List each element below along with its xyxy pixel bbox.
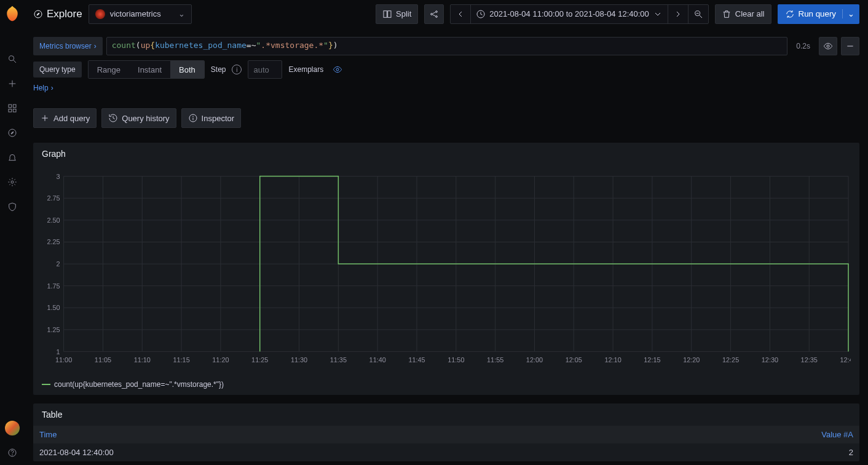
th-value[interactable]: Value #A [445, 426, 859, 443]
query-type-label: Query type [33, 62, 82, 78]
history-icon [108, 113, 118, 123]
svg-text:11:20: 11:20 [212, 356, 229, 364]
time-range-picker: 2021-08-04 11:00:00 to 2021-08-04 12:40:… [450, 4, 709, 24]
dashboards-icon[interactable] [4, 100, 21, 117]
th-time[interactable]: Time [33, 426, 445, 443]
time-back-button[interactable] [451, 5, 471, 23]
svg-text:2.75: 2.75 [47, 194, 60, 202]
user-avatar[interactable] [5, 421, 20, 435]
chevron-down-icon: ⌄ [178, 9, 185, 18]
line-chart: 11.251.501.7522.252.502.75311:0011:0511:… [42, 165, 851, 374]
time-range-label: 2021-08-04 11:00:00 to 2021-08-04 12:40:… [489, 9, 649, 18]
step-input[interactable] [248, 60, 282, 79]
svg-text:12:20: 12:20 [683, 356, 700, 364]
svg-line-20 [433, 12, 436, 14]
toggle-visibility-button[interactable] [819, 37, 837, 55]
split-label: Split [396, 9, 411, 18]
query-type-toggle: Range Instant Both [88, 60, 205, 79]
chevron-right-icon [673, 9, 683, 19]
metrics-browser-label: Metrics browser [39, 42, 92, 50]
query-timing: 0.2s [791, 37, 815, 55]
metrics-browser-button[interactable]: Metrics browser › [33, 37, 103, 55]
svg-line-1 [14, 60, 16, 63]
info-icon[interactable]: i [232, 65, 242, 74]
split-button[interactable]: Split [376, 4, 418, 24]
refresh-icon [785, 9, 795, 19]
chart-area[interactable]: 11.251.501.7522.252.502.75311:0011:0511:… [33, 165, 859, 379]
svg-marker-9 [11, 132, 14, 134]
svg-text:12:25: 12:25 [722, 356, 739, 364]
query-type-instant[interactable]: Instant [129, 61, 170, 78]
svg-rect-7 [13, 109, 16, 112]
chevron-down-icon: ⌄ [842, 9, 854, 18]
query-type-both[interactable]: Both [170, 61, 204, 78]
search-icon[interactable] [4, 50, 21, 68]
svg-text:11:45: 11:45 [408, 356, 425, 364]
svg-text:1.25: 1.25 [47, 326, 60, 333]
graph-panel: Graph 11.251.501.7522.252.502.75311:0011… [33, 143, 859, 395]
query-history-label: Query history [122, 114, 169, 123]
minus-icon [845, 41, 855, 51]
svg-text:2: 2 [57, 260, 60, 268]
chevron-right-icon: › [94, 42, 97, 50]
grafana-logo-icon[interactable] [4, 5, 21, 22]
time-forward-button[interactable] [668, 5, 688, 23]
add-query-label: Add query [53, 114, 90, 123]
query-editor: Metrics browser › count(up{kubernetes_po… [25, 28, 868, 134]
svg-point-0 [9, 56, 14, 61]
svg-text:12:00: 12:00 [526, 356, 543, 364]
chevron-down-icon [653, 9, 663, 19]
chevron-right-icon: › [51, 84, 53, 92]
step-label: Step [211, 65, 226, 74]
inspector-button[interactable]: Inspector [181, 108, 241, 128]
bell-icon[interactable] [4, 149, 21, 166]
compass-icon[interactable] [4, 124, 21, 141]
help-label: Help [33, 84, 49, 92]
td-value: 2 [445, 443, 859, 461]
datasource-picker[interactable]: victoriametrics ⌄ [89, 4, 192, 24]
time-range-button[interactable]: 2021-08-04 11:00:00 to 2021-08-04 12:40:… [471, 5, 668, 23]
svg-text:11:35: 11:35 [330, 356, 347, 364]
zoom-out-button[interactable] [688, 5, 708, 23]
query-history-button[interactable]: Query history [101, 108, 176, 128]
svg-text:11:55: 11:55 [487, 356, 503, 364]
svg-text:1.75: 1.75 [47, 282, 60, 290]
eye-icon [823, 41, 833, 51]
svg-point-28 [336, 68, 339, 71]
zoom-out-icon [693, 9, 703, 19]
help-icon[interactable] [4, 444, 21, 461]
run-query-button[interactable]: Run query ⌄ [778, 4, 860, 24]
svg-text:11:50: 11:50 [448, 356, 464, 364]
help-link[interactable]: Help › [33, 84, 53, 92]
svg-text:12:35: 12:35 [801, 356, 818, 364]
svg-text:11:40: 11:40 [369, 356, 386, 364]
add-query-button[interactable]: Add query [33, 108, 97, 128]
chevron-left-icon [456, 9, 465, 19]
svg-text:3: 3 [57, 173, 60, 180]
share-button[interactable] [424, 4, 444, 24]
svg-text:2.50: 2.50 [47, 217, 60, 224]
split-icon [382, 9, 392, 19]
shield-icon[interactable] [4, 198, 21, 215]
datasource-icon [95, 9, 105, 19]
svg-text:12:30: 12:30 [762, 356, 778, 364]
svg-text:11:05: 11:05 [95, 356, 111, 364]
clear-all-button[interactable]: Clear all [715, 4, 771, 24]
svg-rect-6 [9, 109, 12, 112]
td-time: 2021-08-04 12:40:00 [33, 443, 445, 461]
remove-query-button[interactable] [841, 37, 859, 55]
exemplars-toggle[interactable] [329, 62, 345, 78]
svg-line-21 [433, 14, 436, 16]
svg-point-19 [436, 15, 438, 17]
query-type-range[interactable]: Range [89, 61, 129, 78]
chart-legend: count(up{kubernetes_pod_name=~".*vmstora… [33, 379, 859, 395]
nav-sidebar [0, 0, 25, 465]
svg-text:12:10: 12:10 [605, 356, 621, 364]
compass-icon [33, 9, 43, 19]
run-query-label: Run query [799, 9, 837, 18]
plus-icon[interactable] [4, 75, 21, 92]
svg-text:12:40: 12:40 [840, 356, 851, 364]
query-input[interactable]: count(up{kubernetes_pod_name=~".*vmstora… [106, 37, 788, 55]
gear-icon[interactable] [4, 173, 21, 191]
page-title-text: Explore [47, 8, 82, 20]
